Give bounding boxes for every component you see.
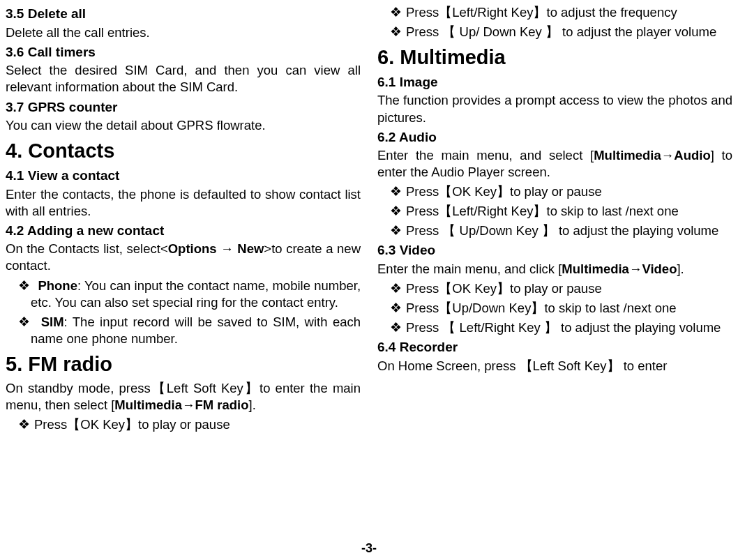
text-fragment: Enter the main menu, and click [ (377, 262, 562, 276)
text-bold: Multimedia (594, 148, 661, 162)
text-fragment: ]. (677, 262, 684, 276)
text-bold: FM radio (195, 398, 248, 412)
section-5-title: 5. FM radio (6, 351, 361, 378)
text-bold: Options (168, 241, 217, 256)
text-fragment: ]. (249, 398, 256, 412)
section-6-4-title: 6.4 Recorder (377, 339, 732, 356)
list-item: Press 【 Left/Right Key 】 to adjust the p… (377, 319, 732, 336)
text-fragment: → (629, 262, 642, 276)
list-item: Press【OK Key】to play or pause (377, 183, 732, 200)
list-item: Press 【 Up/ Down Key 】 to adjust the pla… (377, 24, 732, 40)
text-fragment: → (182, 398, 195, 412)
section-3-6-title: 3.6 Call timers (6, 44, 361, 61)
section-3-7-body: You can view the detail about GPRS flowr… (6, 117, 361, 134)
section-4-title: 4. Contacts (6, 138, 361, 165)
list-item: Press【Up/Down Key】to skip to last /next … (377, 300, 732, 317)
text-bold: Video (642, 262, 677, 276)
section-6-1-body: The function provides a prompt access to… (377, 92, 732, 126)
section-6-3-list: Press【OK Key】to play or pause Press【Up/D… (377, 280, 732, 336)
left-column: 3.5 Delete all Delete all the call entri… (6, 3, 361, 537)
section-6-3-body: Enter the main menu, and click [Multimed… (377, 261, 732, 278)
section-6-2-list: Press【OK Key】to play or pause Press【Left… (377, 183, 732, 239)
text-fragment: : The input record will be saved to SIM,… (31, 315, 361, 346)
text-bold: New (237, 241, 264, 256)
text-bold: Phone (38, 278, 77, 293)
section-5-list: Press【OK Key】to play or pause (6, 416, 361, 433)
text-bold: Multimedia (562, 262, 629, 276)
section-4-1-title: 4.1 View a contact (6, 167, 361, 185)
right-column: Press【Left/Right Key】to adjust the frequ… (377, 3, 732, 537)
section-6-2-body: Enter the main menu, and select [Multime… (377, 147, 732, 181)
page: 3.5 Delete all Delete all the call entri… (0, 0, 738, 560)
text-fragment: → (661, 148, 675, 162)
section-6-3-title: 6.3 Video (377, 242, 732, 259)
columns-wrapper: 3.5 Delete all Delete all the call entri… (6, 3, 732, 537)
list-item: Press 【 Up/Down Key 】 to adjust the play… (377, 222, 732, 239)
text-fragment: → (217, 241, 238, 256)
text-fragment: : You can input the contact name, mobile… (31, 278, 361, 310)
list-item: Press【OK Key】to play or pause (6, 416, 361, 433)
section-4-2-list: Phone: You can input the contact name, m… (6, 278, 361, 347)
section-3-5-title: 3.5 Delete all (6, 6, 361, 23)
section-6-2-title: 6.2 Audio (377, 129, 732, 146)
section-6-4-body: On Home Screen, press 【Left Soft Key】 to… (377, 358, 732, 374)
section-4-2-body: On the Contacts list, select<Options → N… (6, 241, 361, 274)
text-fragment: On the Contacts list, select< (6, 241, 168, 256)
section-3-6-body: Select the desired SIM Card, and then yo… (6, 62, 361, 96)
text-bold: SIM (41, 315, 64, 329)
text-fragment: Enter the main menu, and select [ (377, 148, 594, 162)
fm-list-continued: Press【Left/Right Key】to adjust the frequ… (377, 4, 732, 40)
section-5-body: On standby mode, press【Left Soft Key】to … (6, 380, 361, 414)
list-item: Press【Left/Right Key】to skip to last /ne… (377, 203, 732, 220)
section-4-2-title: 4.2 Adding a new contact (6, 222, 361, 240)
text-bold: Audio (674, 148, 710, 162)
list-item: Phone: You can input the contact name, m… (6, 278, 361, 311)
list-item: Press【Left/Right Key】to adjust the frequ… (377, 4, 732, 21)
section-6-title: 6. Multimedia (377, 45, 732, 71)
section-6-1-title: 6.1 Image (377, 74, 732, 91)
section-4-1-body: Enter the contacts, the phone is default… (6, 186, 361, 220)
section-3-5-body: Delete all the call entries. (6, 24, 361, 41)
section-3-7-title: 3.7 GPRS counter (6, 99, 361, 116)
text-bold: Multimedia (114, 398, 182, 412)
list-item: SIM: The input record will be saved to S… (6, 314, 361, 347)
list-item: Press【OK Key】to play or pause (377, 280, 732, 297)
page-number: -3- (6, 537, 732, 560)
